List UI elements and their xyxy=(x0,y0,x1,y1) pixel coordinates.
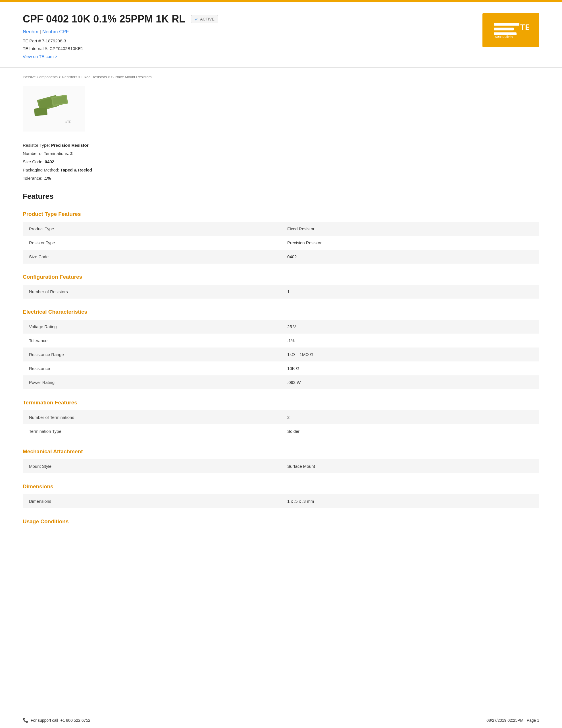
footer-support-text: For support call xyxy=(31,718,58,723)
section-title-electrical: Electrical Characteristics xyxy=(23,309,539,315)
svg-rect-0 xyxy=(494,23,519,26)
breadcrumb-sep1: > xyxy=(59,75,62,79)
section-title-configuration: Configuration Features xyxy=(23,274,539,280)
breadcrumb-resistors[interactable]: Resistors xyxy=(62,75,77,79)
table-row: Mount Style Surface Mount xyxy=(23,459,539,473)
table-row: Tolerance .1% xyxy=(23,334,539,348)
footer-datetime-page: 08/27/2019 02:25PM | Page 1 xyxy=(486,718,539,723)
svg-rect-9 xyxy=(34,107,47,116)
footer-page: Page 1 xyxy=(527,718,539,723)
internal-number: TE Internal #: CPF0402B10KE1 xyxy=(23,45,218,52)
row-value: 10K Ω xyxy=(281,361,539,375)
section-title-dimensions: Dimensions xyxy=(23,483,539,490)
row-label: Product Type xyxy=(23,222,281,236)
row-value: 1kΩ – 1MΩ Ω xyxy=(281,348,539,361)
breadcrumb-fixed[interactable]: Fixed Resistors xyxy=(82,75,107,79)
header-left: CPF 0402 10K 0.1% 25PPM 1K RL ✓ ACTIVE N… xyxy=(23,13,218,59)
row-label: Mount Style xyxy=(23,459,281,473)
row-value: 25 V xyxy=(281,320,539,334)
product-title: CPF 0402 10K 0.1% 25PPM 1K RL ✓ ACTIVE xyxy=(23,13,218,25)
features-title: Features xyxy=(23,192,539,201)
footer-phone-number: +1 800 522 6752 xyxy=(60,718,90,723)
section-title-product-type: Product Type Features xyxy=(23,211,539,217)
row-label: Termination Type xyxy=(23,424,281,438)
row-value: 0402 xyxy=(281,250,539,264)
section-title-mechanical: Mechanical Attachment xyxy=(23,448,539,455)
configuration-table: Number of Resistors 1 xyxy=(23,285,539,299)
termination-table: Number of Terminations 2 Termination Typ… xyxy=(23,410,539,438)
footer-page-sep: | xyxy=(524,718,527,723)
row-label: Dimensions xyxy=(23,494,281,508)
breadcrumb-surface[interactable]: Surface Mount Resistors xyxy=(111,75,152,79)
te-logo: TE connectivity xyxy=(482,13,539,47)
table-row: Size Code 0402 xyxy=(23,250,539,264)
header: CPF 0402 10K 0.1% 25PPM 1K RL ✓ ACTIVE N… xyxy=(0,2,562,68)
breadcrumb-passive[interactable]: Passive Components xyxy=(23,75,58,79)
table-row: Power Rating .063 W xyxy=(23,375,539,389)
brand-separator: | xyxy=(40,29,42,34)
breadcrumb: Passive Components > Resistors > Fixed R… xyxy=(0,68,562,86)
features-section: Features Product Type Features Product T… xyxy=(23,192,539,525)
electrical-table: Voltage Rating 25 V Tolerance .1% Resist… xyxy=(23,320,539,389)
row-label: Resistor Type xyxy=(23,236,281,250)
row-value: Surface Mount xyxy=(281,459,539,473)
product-name: CPF 0402 10K 0.1% 25PPM 1K RL xyxy=(23,13,185,25)
footer-datetime: 08/27/2019 02:25PM xyxy=(486,718,523,723)
product-type-table: Product Type Fixed Resistor Resistor Typ… xyxy=(23,222,539,264)
main-content: ≡TE Resistor Type: Precision Resistor Nu… xyxy=(0,86,562,552)
table-row: Resistance Range 1kΩ – 1MΩ Ω xyxy=(23,348,539,361)
product-specs: Resistor Type: Precision Resistor Number… xyxy=(23,143,539,181)
te-logo-svg: TE connectivity xyxy=(492,21,529,38)
row-value: .063 W xyxy=(281,375,539,389)
row-value: Solder xyxy=(281,424,539,438)
spec-num-terminations: Number of Terminations: 2 xyxy=(23,151,539,156)
part-number: TE Part # 7-1879208-3 xyxy=(23,37,218,45)
table-row: Number of Resistors 1 xyxy=(23,285,539,299)
spec-tolerance: Tolerance: .1% xyxy=(23,176,539,181)
row-label: Power Rating xyxy=(23,375,281,389)
brand2-link[interactable]: Neohm CPF xyxy=(42,29,69,34)
product-image-area: ≡TE xyxy=(23,86,539,131)
section-title-termination: Termination Features xyxy=(23,400,539,406)
product-image-svg: ≡TE xyxy=(28,92,80,126)
check-icon: ✓ xyxy=(195,16,198,22)
table-row: Dimensions 1 x .5 x .3 mm xyxy=(23,494,539,508)
section-title-usage: Usage Conditions xyxy=(23,518,539,525)
brand1-link[interactable]: Neohm xyxy=(23,29,38,34)
view-on-te-link[interactable]: View on TE.com > xyxy=(23,54,57,59)
row-value: Precision Resistor xyxy=(281,236,539,250)
row-label: Resistance Range xyxy=(23,348,281,361)
row-label: Resistance xyxy=(23,361,281,375)
row-label: Voltage Rating xyxy=(23,320,281,334)
te-logo-content: TE connectivity xyxy=(492,21,529,39)
dimensions-table: Dimensions 1 x .5 x .3 mm xyxy=(23,494,539,508)
brand-links: Neohm | Neohm CPF xyxy=(23,29,218,35)
product-image-box: ≡TE xyxy=(23,86,85,131)
table-row: Product Type Fixed Resistor xyxy=(23,222,539,236)
breadcrumb-sep2: > xyxy=(78,75,82,79)
row-value: Fixed Resistor xyxy=(281,222,539,236)
row-label: Number of Resistors xyxy=(23,285,281,299)
svg-text:≡TE: ≡TE xyxy=(65,120,71,123)
table-row: Resistor Type Precision Resistor xyxy=(23,236,539,250)
breadcrumb-sep3: > xyxy=(108,75,111,79)
active-badge: ✓ ACTIVE xyxy=(191,15,218,23)
footer-phone: 📞 For support call +1 800 522 6752 xyxy=(23,717,90,723)
footer: 📞 For support call +1 800 522 6752 08/27… xyxy=(0,712,562,728)
phone-icon: 📞 xyxy=(23,717,28,723)
table-row: Number of Terminations 2 xyxy=(23,410,539,424)
row-value: 2 xyxy=(281,410,539,424)
row-label: Size Code xyxy=(23,250,281,264)
part-info: TE Part # 7-1879208-3 TE Internal #: CPF… xyxy=(23,37,218,52)
svg-text:TE: TE xyxy=(520,23,529,32)
row-label: Number of Terminations xyxy=(23,410,281,424)
svg-text:connectivity: connectivity xyxy=(495,35,513,38)
badge-label: ACTIVE xyxy=(200,17,215,21)
table-row: Termination Type Solder xyxy=(23,424,539,438)
spec-packaging: Packaging Method: Taped & Reeled xyxy=(23,167,539,172)
table-row: Voltage Rating 25 V xyxy=(23,320,539,334)
mechanical-table: Mount Style Surface Mount xyxy=(23,459,539,473)
table-row: Resistance 10K Ω xyxy=(23,361,539,375)
row-value: .1% xyxy=(281,334,539,348)
row-label: Tolerance xyxy=(23,334,281,348)
